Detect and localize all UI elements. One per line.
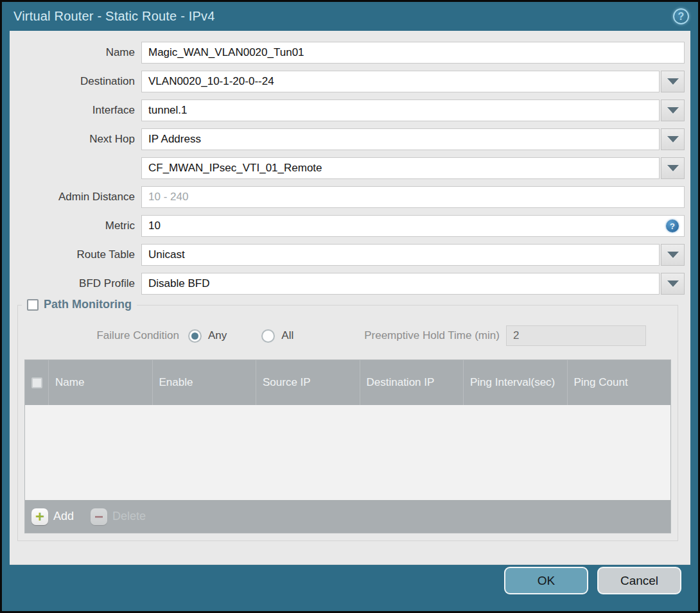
- next-hop-type-input[interactable]: [141, 128, 660, 150]
- ok-button[interactable]: OK: [504, 567, 588, 594]
- chevron-down-icon: [667, 281, 679, 287]
- cancel-button[interactable]: Cancel: [597, 567, 681, 594]
- select-all-checkbox[interactable]: [31, 377, 42, 388]
- chevron-down-icon: [667, 107, 679, 114]
- route-table-dropdown-button[interactable]: [661, 244, 685, 266]
- chevron-down-icon: [667, 165, 679, 171]
- chevron-down-icon: [667, 78, 679, 85]
- path-monitoring-title: Path Monitoring: [44, 298, 132, 311]
- form-row-bfd-profile: BFD Profile: [10, 273, 685, 295]
- chevron-down-icon: [667, 136, 679, 142]
- failure-condition-label: Failure Condition: [24, 329, 188, 342]
- name-input[interactable]: [141, 42, 685, 64]
- destination-label: Destination: [10, 75, 141, 88]
- route-table-label: Route Table: [10, 248, 141, 261]
- form-row-metric: Metric ?: [10, 215, 685, 237]
- table-header-destination-ip[interactable]: Destination IP: [360, 360, 464, 405]
- preemptive-hold-time-input[interactable]: [506, 325, 646, 346]
- next-hop-address-input[interactable]: [141, 157, 660, 179]
- metric-label: Metric: [10, 220, 141, 232]
- table-header-select: [25, 360, 48, 405]
- form-row-destination: Destination: [10, 71, 685, 92]
- metric-input[interactable]: [141, 215, 685, 237]
- delete-icon: −: [91, 508, 107, 525]
- table-header-row: Name Enable Source IP Destination IP Pin…: [25, 360, 670, 405]
- dialog-footer: OK Cancel: [2, 565, 698, 611]
- chevron-down-icon: [667, 252, 679, 258]
- path-monitoring-table: Name Enable Source IP Destination IP Pin…: [24, 359, 671, 533]
- table-header-ping-interval[interactable]: Ping Interval(sec): [463, 360, 567, 405]
- failure-condition-any-radio[interactable]: [188, 329, 202, 343]
- path-monitoring-checkbox[interactable]: [27, 299, 39, 311]
- dialog-window: Virtual Router - Static Route - IPv4 ? N…: [2, 2, 698, 611]
- form-row-next-hop-address: [10, 157, 685, 179]
- delete-button[interactable]: − Delete: [91, 508, 146, 525]
- delete-button-label: Delete: [112, 510, 146, 523]
- add-icon: +: [31, 508, 48, 525]
- destination-input[interactable]: [141, 71, 660, 92]
- table-header-ping-count[interactable]: Ping Count: [567, 360, 671, 405]
- form-row-next-hop: Next Hop: [10, 128, 685, 150]
- interface-input[interactable]: [141, 99, 660, 121]
- dialog-body: Name Destination Interface: [10, 31, 690, 565]
- add-button-label: Add: [53, 510, 74, 523]
- bfd-profile-input[interactable]: [141, 273, 660, 295]
- form-row-admin-distance: Admin Distance: [10, 186, 685, 208]
- destination-dropdown-button[interactable]: [661, 71, 685, 92]
- failure-condition-all-radio[interactable]: [261, 329, 275, 343]
- table-body-empty: [25, 405, 670, 500]
- path-monitoring-legend: Path Monitoring: [22, 298, 137, 311]
- admin-distance-input[interactable]: [141, 186, 685, 208]
- form-row-route-table: Route Table: [10, 244, 685, 266]
- table-header-name[interactable]: Name: [48, 360, 152, 405]
- next-hop-type-dropdown-button[interactable]: [661, 128, 685, 150]
- metric-help-icon[interactable]: ?: [666, 220, 679, 232]
- interface-label: Interface: [10, 104, 141, 117]
- path-monitoring-section: Path Monitoring Failure Condition Any Al…: [17, 305, 678, 541]
- bfd-profile-label: BFD Profile: [10, 277, 141, 290]
- next-hop-address-dropdown-button[interactable]: [661, 157, 685, 179]
- route-table-input[interactable]: [141, 244, 660, 266]
- form-row-name: Name: [10, 42, 685, 64]
- title-bar: Virtual Router - Static Route - IPv4 ?: [2, 2, 698, 31]
- table-header-source-ip[interactable]: Source IP: [256, 360, 360, 405]
- preemptive-hold-time-label: Preemptive Hold Time (min): [364, 329, 500, 342]
- table-header-enable[interactable]: Enable: [152, 360, 256, 405]
- failure-condition-row: Failure Condition Any All Preemptive Hol…: [24, 325, 671, 347]
- interface-dropdown-button[interactable]: [661, 99, 685, 121]
- add-button[interactable]: + Add: [31, 508, 74, 525]
- bfd-profile-dropdown-button[interactable]: [661, 273, 685, 295]
- next-hop-label: Next Hop: [10, 133, 141, 146]
- help-icon[interactable]: ?: [673, 8, 689, 24]
- failure-condition-any-label: Any: [208, 329, 227, 342]
- dialog-title: Virtual Router - Static Route - IPv4: [13, 9, 215, 24]
- name-label: Name: [10, 46, 141, 59]
- table-toolbar: + Add − Delete: [25, 500, 670, 533]
- failure-condition-all-label: All: [281, 329, 293, 342]
- form-row-interface: Interface: [10, 99, 685, 121]
- admin-distance-label: Admin Distance: [10, 191, 141, 203]
